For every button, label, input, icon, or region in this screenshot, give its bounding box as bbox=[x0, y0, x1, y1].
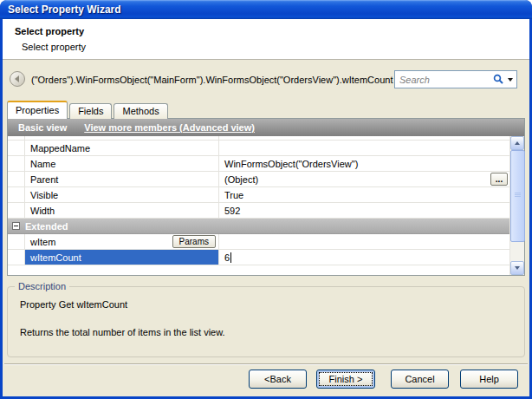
help-button[interactable]: Help bbox=[460, 370, 518, 389]
property-name: MappedName bbox=[25, 141, 219, 155]
row-gutter bbox=[8, 172, 25, 186]
row-gutter bbox=[8, 136, 25, 140]
property-name: Visible bbox=[25, 187, 219, 202]
cancel-button[interactable]: Cancel bbox=[391, 370, 449, 389]
tab-label: Fields bbox=[78, 106, 103, 116]
property-grid: MappedName Name WinFormsObject("OrdersVi… bbox=[8, 136, 509, 275]
footer-divider bbox=[4, 363, 528, 365]
property-row-name[interactable]: Name WinFormsObject("OrdersView") bbox=[8, 156, 509, 172]
window-title: Select Property Wizard bbox=[8, 3, 121, 16]
object-path: ("Orders").WinFormsObject("MainForm").Wi… bbox=[31, 75, 393, 85]
chevron-down-icon[interactable] bbox=[508, 78, 513, 82]
wizard-window: Select Property Wizard Select property S… bbox=[0, 0, 532, 399]
scrollbar-track[interactable] bbox=[510, 150, 524, 261]
property-name: wItemCount bbox=[25, 250, 219, 265]
property-value: (Object) bbox=[224, 174, 258, 185]
category-label: Extended bbox=[25, 221, 68, 232]
property-value bbox=[219, 136, 509, 140]
search-icon[interactable] bbox=[493, 74, 504, 85]
property-name bbox=[25, 136, 219, 140]
property-value[interactable]: 592 bbox=[219, 203, 509, 218]
ellipsis-button[interactable]: ... bbox=[490, 173, 508, 186]
tab-properties[interactable]: Properties bbox=[7, 101, 68, 119]
scroll-up-icon bbox=[515, 141, 520, 145]
property-row-width[interactable]: Width 592 bbox=[8, 203, 509, 219]
scrollbar-thumb[interactable] bbox=[510, 150, 525, 242]
property-name-cell: wItem Params bbox=[25, 234, 219, 249]
wizard-header: Select property Select property bbox=[3, 19, 529, 59]
property-value: 6 bbox=[224, 252, 230, 263]
back-button[interactable]: <Back bbox=[249, 370, 307, 389]
scroll-up-button[interactable] bbox=[510, 136, 524, 150]
property-row-witemcount[interactable]: wItemCount 6 bbox=[8, 250, 509, 265]
title-bar[interactable]: Select Property Wizard bbox=[0, 0, 532, 19]
params-button[interactable]: Params bbox=[172, 235, 216, 248]
property-row-visible[interactable]: Visible True bbox=[8, 187, 509, 203]
scroll-down-icon bbox=[515, 266, 520, 270]
back-arrow-icon bbox=[15, 75, 19, 82]
tab-label: Methods bbox=[122, 106, 159, 116]
property-row-witem[interactable]: wItem Params bbox=[8, 234, 509, 250]
tab-fields[interactable]: Fields bbox=[69, 103, 112, 119]
finish-button[interactable]: Finish > bbox=[316, 370, 375, 389]
tab-methods[interactable]: Methods bbox=[114, 103, 167, 119]
back-nav-button[interactable] bbox=[10, 71, 25, 87]
property-value-cell[interactable]: (Object) ... bbox=[219, 172, 509, 186]
page-title: Select property bbox=[15, 26, 84, 36]
scrollbar-vertical[interactable] bbox=[509, 136, 524, 275]
property-value[interactable] bbox=[219, 141, 509, 155]
property-name: Parent bbox=[25, 172, 219, 186]
collapse-minus-icon[interactable] bbox=[12, 222, 20, 230]
property-name: Name bbox=[25, 156, 219, 171]
dialog-body: Select property Select property ("Orders… bbox=[3, 19, 529, 396]
property-row-parent[interactable]: Parent (Object) ... bbox=[8, 172, 509, 187]
scroll-down-button[interactable] bbox=[510, 261, 524, 275]
property-row-mappedname[interactable]: MappedName bbox=[8, 141, 509, 156]
row-gutter bbox=[8, 203, 25, 218]
property-value[interactable]: WinFormsObject("OrdersView") bbox=[219, 156, 509, 171]
description-signature: Property Get wItemCount bbox=[20, 299, 127, 310]
properties-panel: Basic view View more members (Advanced v… bbox=[7, 118, 525, 276]
search-input[interactable] bbox=[399, 75, 493, 85]
category-row-extended[interactable]: Extended bbox=[8, 219, 509, 234]
advanced-view-link[interactable]: View more members (Advanced view) bbox=[84, 122, 255, 133]
row-gutter bbox=[8, 250, 25, 265]
tab-strip: Properties Fields Methods bbox=[7, 101, 170, 119]
row-gutter bbox=[8, 234, 25, 249]
tab-label: Properties bbox=[16, 105, 59, 115]
search-box[interactable] bbox=[394, 70, 517, 88]
property-name: wItem bbox=[30, 237, 55, 247]
description-text: Returns the total number of items in the… bbox=[20, 327, 225, 337]
header-divider bbox=[3, 59, 529, 60]
text-caret bbox=[230, 252, 231, 263]
row-gutter bbox=[8, 156, 25, 171]
property-value-editor[interactable]: 6 bbox=[219, 250, 509, 265]
page-subtitle: Select property bbox=[22, 42, 86, 52]
row-gutter bbox=[8, 187, 25, 202]
row-gutter bbox=[8, 141, 25, 155]
description-groupbox: Description Property Get wItemCount Retu… bbox=[7, 286, 525, 357]
property-name: Width bbox=[25, 203, 219, 218]
view-header-bar: Basic view View more members (Advanced v… bbox=[8, 119, 524, 136]
property-value[interactable]: True bbox=[219, 187, 509, 202]
view-label: Basic view bbox=[18, 122, 67, 133]
property-value[interactable] bbox=[219, 234, 509, 249]
description-label: Description bbox=[15, 281, 69, 291]
property-grid-wrap: MappedName Name WinFormsObject("OrdersVi… bbox=[8, 136, 524, 275]
